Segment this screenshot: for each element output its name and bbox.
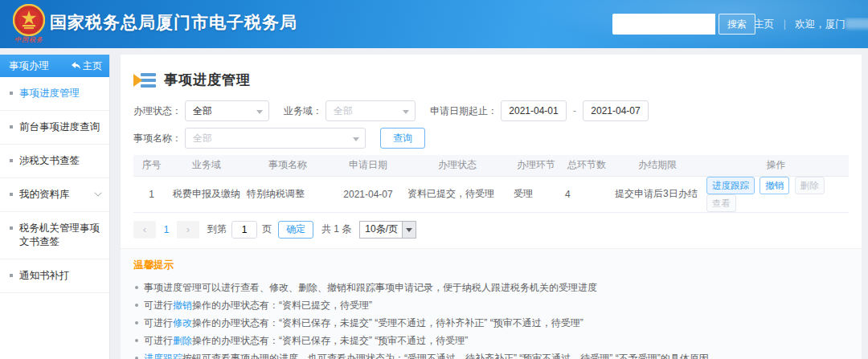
- col-header-no: 序号: [133, 155, 170, 176]
- page-size-value: 10条/页: [365, 222, 398, 236]
- sidebar-item-notice-reprint[interactable]: 通知书补打: [0, 259, 109, 293]
- col-header-domain: 业务域: [170, 155, 244, 176]
- current-page[interactable]: 1: [156, 224, 177, 235]
- national-emblem-icon: [13, 4, 45, 36]
- sidebar-item-tax-authority-document-check[interactable]: 税务机关管理事项文书查签: [0, 212, 109, 259]
- tip-item: 可进行撤销操作的办理状态有：“资料已提交，待受理”: [133, 296, 849, 314]
- welcome-text: 欢迎，厦门: [795, 18, 845, 30]
- main-content: 事项进度管理 办理状态： 全部 业务域： 全部 申请日期起止： - 事项名称： …: [121, 55, 862, 359]
- view-button: 查看: [706, 194, 736, 212]
- table-header-row: 序号 业务域 事项名称 申请日期 办理状态 办理环节 总环节数 办结期限 操作: [133, 155, 849, 176]
- goto-confirm-button[interactable]: 确定: [278, 221, 313, 239]
- query-button[interactable]: 查询: [380, 128, 425, 149]
- pagination: ‹ 1 › 到第 页 确定 共 1 条 10条/页: [133, 221, 849, 239]
- back-arrow-icon: [72, 62, 80, 70]
- tips-title: 温馨提示: [133, 259, 849, 272]
- tip-link[interactable]: 进度跟踪: [144, 353, 182, 359]
- tip-text: 操作的办理状态有：“资料已保存，未提交” “预审不通过，待受理”: [192, 335, 468, 346]
- date-range-label: 申请日期起止：: [430, 104, 497, 118]
- col-header-deadline: 办结期限: [612, 155, 703, 176]
- national-emblem-logo: 中国税务: [10, 4, 47, 44]
- domain-filter-label: 业务域：: [284, 104, 322, 118]
- status-filter-label: 办理状态：: [133, 104, 182, 118]
- tip-text: 可进行: [144, 317, 173, 328]
- status-select[interactable]: 全部: [185, 100, 269, 121]
- status-select-value: 全部: [193, 104, 212, 118]
- tip-item: 进度跟踪按钮可查看事项办理的进度，也可查看办理状态为：“受理不通过，待补齐补正”…: [133, 349, 849, 359]
- cell-domain: 税费申报及缴纳: [170, 176, 244, 212]
- cell-deadline: 提交申请后3日办结: [612, 176, 703, 212]
- page-size-select[interactable]: 10条/页: [359, 221, 416, 239]
- date-from-input[interactable]: [501, 100, 567, 121]
- sidebar-title: 事项办理: [9, 59, 49, 73]
- home-link[interactable]: 主页: [754, 18, 774, 30]
- filter-form: 办理状态： 全部 业务域： 全部 申请日期起止： - 事项名称： 全部 查询: [121, 89, 862, 149]
- page-title-row: 事项进度管理: [121, 55, 862, 89]
- cell-date: 2021-04-07: [332, 176, 404, 212]
- sidebar-home-link[interactable]: 主页: [72, 59, 102, 73]
- domain-select-value: 全部: [334, 104, 353, 118]
- sidebar-item-front-desk-progress-query[interactable]: 前台事项进度查询: [0, 111, 109, 145]
- sidebar: 事项办理 主页 事项进度管理 前台事项进度查询 涉税文书查签 我的资料库 税务机…: [0, 55, 110, 359]
- page-unit-label: 页: [262, 222, 272, 236]
- tip-item: 事项进度管理可以进行查看、修改、删除、撤销和跟踪事项申请记录，便于纳税人跟进税务…: [133, 279, 849, 296]
- col-header-total-steps: 总环节数: [562, 155, 612, 176]
- goto-page-input[interactable]: [231, 221, 257, 239]
- tips-list: 事项进度管理可以进行查看、修改、删除、撤销和跟踪事项申请记录，便于纳税人跟进税务…: [133, 279, 849, 359]
- header-search-button[interactable]: 搜索: [719, 14, 755, 35]
- tip-text: 可进行: [144, 300, 173, 311]
- tip-link[interactable]: 修改: [173, 317, 192, 328]
- sidebar-item-progress-management[interactable]: 事项进度管理: [0, 77, 109, 111]
- tip-text: 操作的办理状态有：“资料已提交，待受理”: [192, 300, 372, 311]
- revoke-button[interactable]: 撤销: [760, 177, 789, 194]
- domain-select[interactable]: 全部: [326, 100, 416, 121]
- header-links: 主页｜欢迎，厦门｜退出: [754, 18, 868, 31]
- sidebar-item-my-data-library[interactable]: 我的资料库: [0, 178, 109, 212]
- delete-button: 删除: [795, 177, 825, 194]
- tip-link[interactable]: 删除: [173, 335, 192, 346]
- progress-track-button[interactable]: 进度跟踪: [706, 177, 755, 194]
- col-header-operations: 操作: [703, 155, 849, 176]
- emblem-caption: 中国税务: [10, 35, 47, 44]
- sidebar-menu: 事项进度管理 前台事项进度查询 涉税文书查签 我的资料库 税务机关管理事项文书查…: [0, 77, 109, 293]
- cell-no: 1: [133, 176, 170, 212]
- list-arrow-icon: [133, 71, 158, 89]
- tip-text: 操作的办理状态有：“资料已保存，未提交” “受理不通过，待补齐补正” “预审不通…: [192, 317, 583, 328]
- tips-section: 温馨提示 事项进度管理可以进行查看、修改、删除、撤销和跟踪事项申请记录，便于纳税…: [121, 248, 862, 359]
- sidebar-home-label: 主页: [83, 59, 102, 73]
- header-search-input[interactable]: [612, 14, 715, 35]
- sidebar-item-tax-document-check[interactable]: 涉税文书查签: [0, 145, 109, 178]
- item-name-filter-label: 事项名称：: [133, 132, 182, 145]
- cell-step: 受理: [510, 176, 562, 212]
- tip-link[interactable]: 撤销: [173, 300, 192, 311]
- page-title: 事项进度管理: [164, 71, 251, 89]
- next-page-button[interactable]: ›: [177, 221, 199, 239]
- prev-page-button[interactable]: ‹: [133, 221, 156, 239]
- chevron-down-icon: [256, 110, 263, 114]
- masked-taxpayer-name: [845, 18, 868, 29]
- date-to-input[interactable]: [583, 100, 649, 121]
- top-header: 中国税务 国家税务总局厦门市电子税务局 搜索 主页｜欢迎，厦门｜退出: [0, 0, 868, 48]
- table-row: 1 税费申报及缴纳 特别纳税调整 2021-04-07 资料已提交，待受理 受理…: [133, 176, 849, 212]
- item-name-select-value: 全部: [193, 132, 212, 145]
- tip-text: 事项进度管理可以进行查看、修改、删除、撤销和跟踪事项申请记录，便于纳税人跟进税务…: [144, 282, 597, 293]
- col-header-date: 申请日期: [332, 155, 404, 176]
- item-name-select[interactable]: 全部: [185, 128, 366, 149]
- chevron-down-icon: [403, 110, 409, 114]
- col-header-step: 办理环节: [510, 155, 562, 176]
- tip-text: 按钮可查看事项办理的进度，也可查看办理状态为：“受理不通过，待补齐补正” “预审…: [182, 353, 719, 359]
- cell-operations: 进度跟踪 撤销 删除 查看: [703, 176, 849, 212]
- chevron-down-icon: [94, 189, 101, 196]
- site-title: 国家税务总局厦门市电子税务局: [50, 11, 297, 34]
- col-header-name: 事项名称: [244, 155, 332, 176]
- col-header-status: 办理状态: [404, 155, 510, 176]
- tip-item: 可进行修改操作的办理状态有：“资料已保存，未提交” “受理不通过，待补齐补正” …: [133, 314, 849, 332]
- tip-item: 可进行删除操作的办理状态有：“资料已保存，未提交” “预审不通过，待受理”: [133, 332, 849, 349]
- chevron-down-icon: [353, 137, 359, 141]
- sidebar-item-label: 我的资料库: [19, 189, 70, 200]
- cell-status: 资料已提交，待受理: [404, 176, 510, 212]
- sidebar-header: 事项办理 主页: [0, 55, 109, 77]
- cell-total-steps: 4: [562, 176, 612, 212]
- header-search: 搜索: [612, 14, 755, 35]
- total-count-label: 共 1 条: [321, 222, 351, 236]
